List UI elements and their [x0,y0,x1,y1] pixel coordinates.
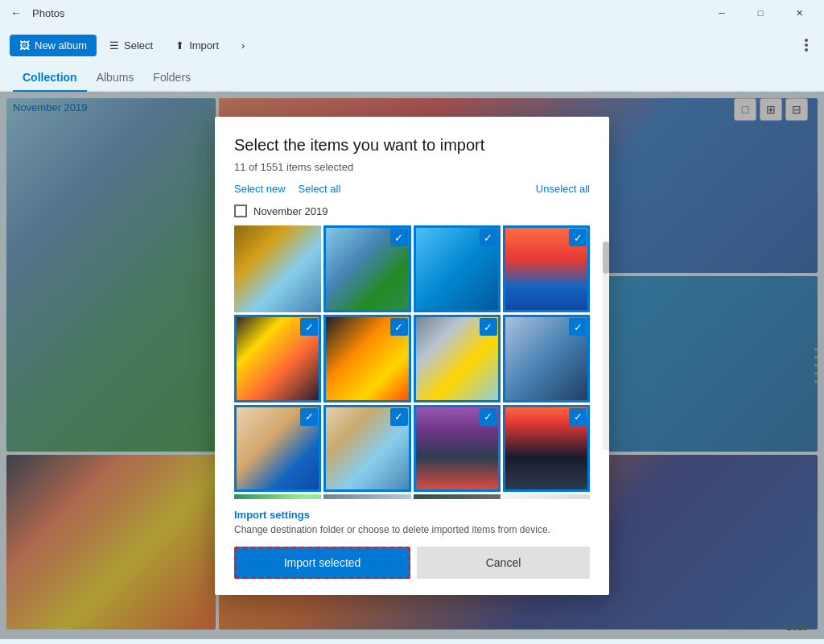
main-content: November 2019 □ ⊞ ⊟ 2019 Select the item… [0,92,824,639]
select-new-link[interactable]: Select new [234,183,286,195]
section-checkbox[interactable] [234,204,247,217]
photo-12[interactable]: ✓ [503,405,590,492]
album-icon: 🖼 [19,39,30,52]
app-title: Photos [32,7,64,19]
window-controls: ─ □ ✕ [703,0,818,26]
check-badge-4: ✓ [569,229,587,246]
dialog-top-actions: Select new Select all Unselect all [234,183,590,195]
select-all-link[interactable]: Select all [299,183,341,195]
import-settings-desc: Change destination folder or choose to d… [234,524,590,535]
select-icon: ☰ [109,39,119,52]
import-button[interactable]: ⬆ Import [166,35,229,56]
photo-8[interactable]: ✓ [503,315,590,402]
photo-3[interactable]: ✓ [414,225,501,312]
select-button[interactable]: ☰ Select [100,35,163,56]
dialog-buttons: Import selected Cancel [234,547,590,579]
minimize-button[interactable]: ─ [703,0,740,26]
photo-grid: ✓ ✓ ✓ ✓ ✓ ✓ [234,225,590,499]
dialog-title: Select the items you want to import [234,136,590,155]
check-badge-9: ✓ [300,408,318,426]
photo-7[interactable]: ✓ [414,315,501,402]
photo-5[interactable]: ✓ [234,315,321,402]
check-badge-2: ✓ [390,229,408,246]
tab-folders[interactable]: Folders [143,64,200,92]
photo-11[interactable]: ✓ [414,405,501,492]
photo-16[interactable] [503,494,590,499]
cancel-button[interactable]: Cancel [417,547,590,579]
unselect-all-link[interactable]: Unselect all [536,183,590,195]
check-badge-7: ✓ [480,318,497,336]
check-badge-3: ✓ [480,229,497,246]
toolbar: 🖼 New album ☰ Select ⬆ Import › [0,26,824,64]
tab-albums[interactable]: Albums [87,64,144,92]
photo-13[interactable] [234,494,321,499]
photo-4[interactable]: ✓ [503,225,590,312]
photo-9[interactable]: ✓ [234,405,321,492]
photo-10[interactable]: ✓ [323,405,410,492]
restore-button[interactable]: □ [742,0,779,26]
chevron-button[interactable]: › [232,35,254,56]
photo-15[interactable] [414,494,501,499]
photo-1[interactable] [234,225,321,312]
check-badge-12: ✓ [569,408,587,426]
check-badge-11: ✓ [480,408,497,426]
close-button[interactable]: ✕ [781,0,818,26]
check-badge-6: ✓ [390,318,408,336]
dialog-scrollbar[interactable] [603,242,609,450]
check-badge-10: ✓ [390,408,408,426]
chevron-right-icon: › [241,39,245,52]
import-selected-button[interactable]: Import selected [234,547,410,579]
nav-tabs: Collection Albums Folders [0,64,824,92]
photo-2[interactable]: ✓ [323,225,410,312]
section-header: November 2019 [234,204,590,217]
section-label: November 2019 [253,205,328,217]
photo-6[interactable]: ✓ [323,315,410,402]
import-settings-link[interactable]: Import settings [234,509,590,521]
titlebar: ← Photos ─ □ ✕ [0,0,824,26]
check-badge-5: ✓ [300,318,318,336]
dialog-subtitle: 11 of 1551 items selected [234,161,590,173]
back-button[interactable]: ← [6,3,26,23]
import-dialog: Select the items you want to import 11 o… [215,117,609,595]
tab-collection[interactable]: Collection [13,64,87,92]
more-options-button[interactable] [798,34,814,56]
check-badge-8: ✓ [569,318,587,336]
import-icon: ⬆ [175,39,184,52]
new-album-button[interactable]: 🖼 New album [10,35,97,56]
photo-14[interactable] [323,494,410,499]
scrollbar-thumb[interactable] [603,242,609,274]
